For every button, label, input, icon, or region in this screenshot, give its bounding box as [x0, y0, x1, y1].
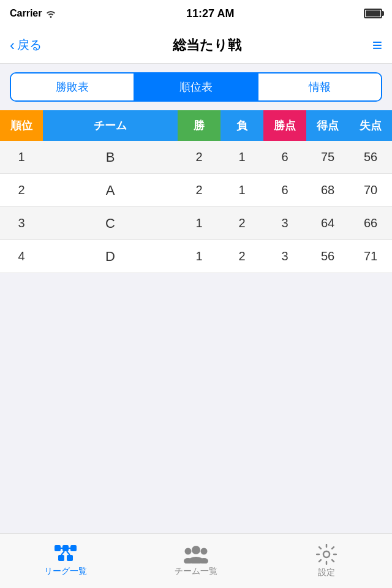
tab-settings-label: 設定: [318, 567, 335, 578]
svg-rect-3: [58, 555, 64, 561]
svg-line-8: [67, 551, 70, 555]
svg-rect-0: [55, 545, 61, 551]
cell-win: 2: [178, 141, 221, 173]
status-bar: Carrier 11:27 AM: [0, 0, 392, 27]
cell-points: 3: [263, 207, 306, 239]
league-list-icon: [55, 545, 77, 564]
cell-win: 1: [178, 240, 221, 273]
tab-team-label: チーム一覧: [175, 566, 217, 577]
cell-lose: 2: [221, 240, 263, 273]
cell-rank: 3: [0, 207, 43, 239]
col-header-team: チーム: [43, 110, 178, 141]
svg-line-7: [61, 551, 64, 555]
cell-team: B: [43, 141, 178, 173]
cell-rank: 2: [0, 174, 43, 206]
standings-table: 順位 チーム 勝 負 勝点 得点 失点 1 B 2 1 6 75 56 2 A …: [0, 110, 392, 273]
col-header-score: 得点: [306, 110, 349, 141]
cell-lost: 66: [349, 207, 392, 239]
cell-win: 1: [178, 207, 221, 239]
cell-win: 2: [178, 174, 221, 206]
tab-team-list[interactable]: チーム一覧: [130, 533, 261, 588]
svg-rect-1: [62, 545, 69, 551]
nav-bar: ‹ 戻る 総当たり戦 ≡: [0, 27, 392, 64]
cell-team: C: [43, 207, 178, 239]
tab-bar: リーグ一覧 チーム一覧 設定: [0, 533, 392, 588]
cell-score: 64: [306, 207, 349, 239]
menu-button[interactable]: ≡: [372, 36, 382, 55]
status-time: 11:27 AM: [186, 7, 234, 20]
back-chevron-icon: ‹: [10, 37, 15, 54]
svg-point-9: [192, 546, 200, 554]
cell-rank: 1: [0, 141, 43, 173]
cell-lost: 56: [349, 141, 392, 173]
col-header-rank: 順位: [0, 110, 43, 141]
col-header-win: 勝: [178, 110, 221, 141]
cell-team: D: [43, 240, 178, 273]
cell-lose: 1: [221, 141, 263, 173]
cell-score: 68: [306, 174, 349, 206]
table-row: 1 B 2 1 6 75 56: [0, 141, 392, 174]
tab-league-list[interactable]: リーグ一覧: [0, 533, 130, 588]
cell-lose: 2: [221, 207, 263, 239]
cell-lost: 71: [349, 240, 392, 273]
svg-point-11: [200, 548, 207, 554]
cell-points: 6: [263, 174, 306, 206]
segment-tab-info[interactable]: 情報: [258, 74, 381, 100]
tab-league-label: リーグ一覧: [44, 566, 87, 577]
segment-tab-wins[interactable]: 勝敗表: [11, 74, 135, 100]
tab-settings[interactable]: 設定: [262, 533, 392, 588]
settings-icon: [316, 544, 337, 565]
table-row: 4 D 1 2 3 56 71: [0, 240, 392, 273]
segment-control: 勝敗表 順位表 情報: [10, 72, 382, 102]
table-row: 3 C 1 2 3 64 66: [0, 207, 392, 240]
wifi-icon: [45, 9, 56, 18]
team-list-icon: [184, 545, 208, 564]
segment-container: 勝敗表 順位表 情報: [0, 64, 392, 110]
col-header-lost: 失点: [349, 110, 392, 141]
table-header: 順位 チーム 勝 負 勝点 得点 失点: [0, 110, 392, 141]
cell-lost: 70: [349, 174, 392, 206]
svg-point-15: [323, 551, 330, 557]
nav-title: 総当たり戦: [173, 36, 241, 55]
cell-points: 6: [263, 141, 306, 173]
cell-lose: 1: [221, 174, 263, 206]
carrier-label: Carrier: [10, 8, 42, 19]
back-label: 戻る: [17, 37, 42, 53]
col-header-points: 勝点: [263, 110, 306, 141]
segment-tab-ranking[interactable]: 順位表: [135, 74, 258, 100]
svg-rect-2: [70, 545, 77, 551]
back-button[interactable]: ‹ 戻る: [10, 37, 42, 54]
svg-rect-4: [67, 555, 73, 561]
cell-score: 75: [306, 141, 349, 173]
battery-indicator: [364, 9, 382, 18]
table-row: 2 A 2 1 6 68 70: [0, 174, 392, 207]
cell-points: 3: [263, 240, 306, 273]
cell-score: 56: [306, 240, 349, 273]
cell-rank: 4: [0, 240, 43, 273]
cell-team: A: [43, 174, 178, 206]
svg-point-10: [184, 548, 191, 554]
col-header-lose: 負: [221, 110, 263, 141]
